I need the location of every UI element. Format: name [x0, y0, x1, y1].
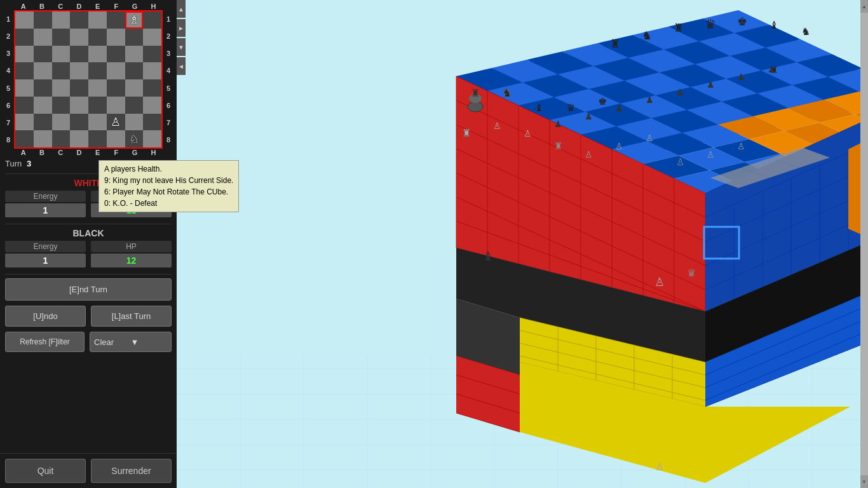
- chess-cell[interactable]: [88, 114, 107, 131]
- black-hp-box: HP 12: [91, 241, 172, 268]
- chess-cell[interactable]: [15, 130, 34, 147]
- chess-cell[interactable]: [143, 79, 161, 97]
- chess-cell[interactable]: [125, 46, 144, 63]
- chess-cell[interactable]: [52, 62, 71, 79]
- chess-cell[interactable]: [34, 62, 52, 79]
- chess-cell[interactable]: [88, 29, 107, 46]
- svg-text:♙: ♙: [707, 149, 715, 159]
- chess-cell[interactable]: [143, 62, 161, 79]
- board-col-labels-top: A B C D E F G H: [14, 3, 163, 10]
- chess-cell[interactable]: [143, 114, 161, 131]
- chess-cell[interactable]: [107, 11, 125, 29]
- svg-text:♜: ♜: [554, 140, 562, 151]
- refresh-filter-button[interactable]: Refresh [F]ilter: [5, 332, 85, 352]
- chess-cell[interactable]: ♘: [125, 130, 144, 147]
- undo-button[interactable]: [U]ndo: [5, 306, 86, 327]
- nav-arrow-down[interactable]: ▼: [177, 38, 186, 56]
- chess-cell[interactable]: [52, 29, 71, 46]
- chess-cell[interactable]: [143, 130, 161, 147]
- nav-arrow-left[interactable]: ◄: [177, 57, 186, 75]
- chess-cell[interactable]: [107, 97, 125, 114]
- black-player-name: BLACK: [5, 228, 172, 238]
- chess-cell[interactable]: [15, 114, 34, 131]
- left-panel: A B C D E F G H 1 2 3 4 5 6 7 8 ♗♙♘ 1 2: [0, 0, 177, 488]
- svg-text:♟: ♟: [737, 72, 745, 82]
- surrender-button[interactable]: Surrender: [91, 459, 172, 483]
- chess-cell[interactable]: [52, 46, 71, 63]
- white-energy-box: Energy 1: [5, 191, 86, 217]
- chess-cell[interactable]: [34, 130, 52, 147]
- chess-cell[interactable]: [107, 130, 125, 147]
- 3d-scene[interactable]: ♜ ♞ ♝ ♛ ♚ ♜ ♞ ♜ ♛ ♚ ♝ ♞ ♜ ♟ ♟ ♟ ♟ ♟ ♟ ♟ …: [177, 0, 868, 488]
- nav-arrow-right[interactable]: ►: [177, 19, 186, 37]
- chess-cell[interactable]: [34, 114, 52, 131]
- svg-text:♟: ♟: [768, 64, 776, 74]
- chess-cell[interactable]: [88, 97, 107, 114]
- undo-lastturn-row: [U]ndo [L]ast Turn: [0, 303, 177, 329]
- chess-cell[interactable]: [15, 29, 34, 46]
- chess-cell[interactable]: [125, 79, 144, 97]
- chess-cell[interactable]: [15, 62, 34, 79]
- svg-text:♜: ♜: [462, 128, 471, 139]
- chess-cell[interactable]: [70, 62, 88, 79]
- chess-cell[interactable]: [52, 130, 71, 147]
- chess-piece: ♘: [129, 132, 139, 146]
- chess-cell[interactable]: [34, 79, 52, 97]
- end-turn-button[interactable]: [E]nd Turn: [5, 278, 172, 301]
- chess-cell[interactable]: [107, 62, 125, 79]
- chess-cell[interactable]: [70, 11, 88, 29]
- chess-cell[interactable]: [70, 46, 88, 63]
- chess-cell[interactable]: [88, 46, 107, 63]
- chess-cell[interactable]: [70, 97, 88, 114]
- chess-cell[interactable]: [107, 46, 125, 63]
- svg-text:♟: ♟: [554, 119, 562, 129]
- scroll-down-arrow[interactable]: ▼: [860, 475, 868, 488]
- chess-cell[interactable]: [88, 130, 107, 147]
- chess-cell[interactable]: [52, 114, 71, 131]
- chess-cell[interactable]: [125, 97, 144, 114]
- chess-cell[interactable]: [88, 62, 107, 79]
- chess-cell[interactable]: [125, 29, 144, 46]
- clear-dropdown[interactable]: Clear ▼: [90, 332, 172, 352]
- chess-cell[interactable]: ♙: [107, 114, 125, 131]
- chess-cell[interactable]: [143, 46, 161, 63]
- chess-cell[interactable]: [88, 11, 107, 29]
- chess-cell[interactable]: [15, 97, 34, 114]
- chess-cell[interactable]: [34, 97, 52, 114]
- scroll-up-arrow[interactable]: ▲: [860, 0, 868, 13]
- chess-cell[interactable]: [70, 79, 88, 97]
- spacer: [0, 355, 177, 453]
- chess-cell[interactable]: [143, 29, 161, 46]
- chess-cell[interactable]: [70, 130, 88, 147]
- chess-cell[interactable]: [15, 11, 34, 29]
- chess-cell[interactable]: [107, 29, 125, 46]
- chess-cell[interactable]: [52, 79, 71, 97]
- nav-arrow-up[interactable]: ▲: [177, 0, 186, 18]
- chess-cell[interactable]: [52, 97, 71, 114]
- clear-label: Clear: [94, 337, 131, 347]
- last-turn-button[interactable]: [L]ast Turn: [91, 306, 172, 327]
- chess-cell[interactable]: [143, 97, 161, 114]
- black-energy-box: Energy 1: [5, 241, 86, 268]
- chess-cell[interactable]: [125, 114, 144, 131]
- chess-cell[interactable]: [52, 11, 71, 29]
- chess-cell[interactable]: [125, 62, 144, 79]
- chess-board[interactable]: ♗♙♘: [14, 10, 163, 149]
- chess-cell[interactable]: [70, 114, 88, 131]
- chess-cell[interactable]: [88, 79, 107, 97]
- svg-text:♞: ♞: [801, 26, 810, 37]
- chess-cell[interactable]: [15, 46, 34, 63]
- chess-cell[interactable]: [34, 46, 52, 63]
- chess-cell[interactable]: ♗: [125, 11, 144, 29]
- tooltip-box: A players Health. 9: King my not leave H…: [98, 160, 239, 212]
- chess-cell[interactable]: [143, 11, 161, 29]
- svg-point-146: [468, 102, 483, 112]
- chess-cell[interactable]: [34, 29, 52, 46]
- black-energy-value: 1: [5, 254, 86, 268]
- chess-cell[interactable]: [107, 79, 125, 97]
- quit-button[interactable]: Quit: [5, 459, 86, 483]
- chess-cell[interactable]: [15, 79, 34, 97]
- board-container: A B C D E F G H 1 2 3 4 5 6 7 8 ♗♙♘ 1 2: [0, 0, 177, 156]
- chess-cell[interactable]: [70, 29, 88, 46]
- chess-cell[interactable]: [34, 11, 52, 29]
